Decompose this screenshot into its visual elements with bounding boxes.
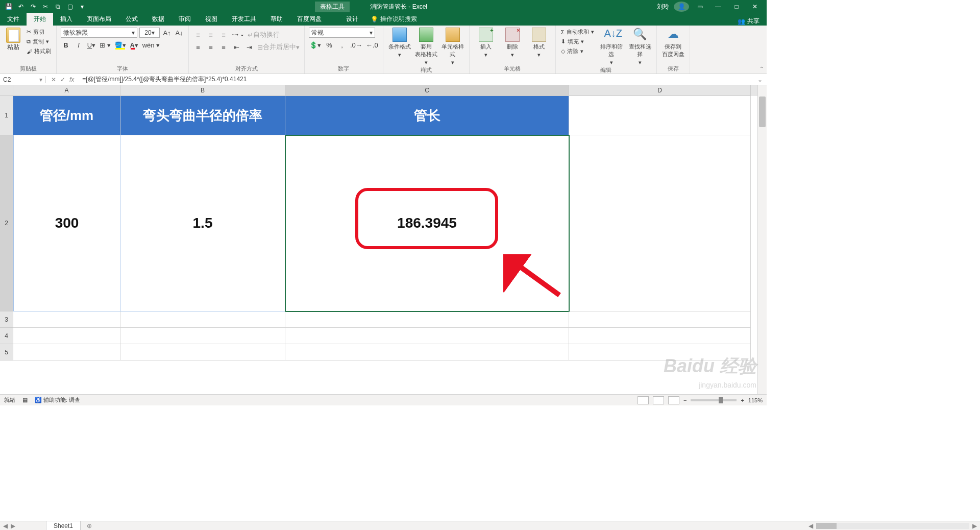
insert-cells-button[interactable]: +插入▾ (474, 28, 498, 58)
expand-formula-icon[interactable]: ⌄ (753, 76, 767, 83)
formula-input[interactable]: =[@[管径/mm]]/25.4*([@弯头弯曲半径的倍率]*25.4)*0.4… (79, 75, 753, 84)
new-icon[interactable]: ▢ (65, 2, 75, 11)
col-header-c[interactable]: C (285, 85, 569, 96)
row-header-4[interactable]: 4 (0, 328, 13, 344)
col-header-d[interactable]: D (569, 85, 751, 96)
zoom-out-icon[interactable]: − (683, 397, 687, 403)
cell-b1[interactable]: 弯头弯曲半径的倍率 (120, 96, 285, 135)
row-header-3[interactable]: 3 (0, 311, 13, 328)
minimize-icon[interactable]: — (710, 3, 726, 10)
bold-button[interactable]: B (61, 40, 71, 50)
save-to-baidu-button[interactable]: ☁保存到 百度网盘 (661, 28, 685, 58)
phonetic-button[interactable]: wén ▾ (142, 40, 160, 50)
user-avatar-icon[interactable]: 👤 (674, 2, 689, 12)
comma-icon[interactable]: , (337, 40, 347, 50)
zoom-in-icon[interactable]: + (741, 397, 744, 403)
align-right-icon[interactable]: ≡ (218, 42, 229, 52)
cell-a5[interactable] (13, 344, 120, 360)
view-normal-icon[interactable] (638, 396, 649, 404)
tab-review[interactable]: 审阅 (172, 13, 198, 26)
font-name-combo[interactable]: 微软雅黑▾ (61, 28, 137, 38)
redo-icon[interactable]: ↷ (29, 2, 38, 11)
tab-insert[interactable]: 插入 (53, 13, 80, 26)
align-center-icon[interactable]: ≡ (206, 42, 216, 52)
col-header-a[interactable]: A (13, 85, 120, 96)
cell-c5[interactable] (285, 344, 569, 360)
select-all-corner[interactable] (0, 85, 13, 96)
cell-a1[interactable]: 管径/mm (13, 96, 120, 135)
decrease-font-icon[interactable]: A↓ (174, 28, 184, 38)
cell-d1[interactable] (569, 96, 751, 135)
clear-button[interactable]: ◇ 清除 ▾ (560, 47, 595, 56)
delete-cells-button[interactable]: ×删除▾ (500, 28, 525, 58)
spreadsheet-grid[interactable]: 1 2 3 4 5 A B C D 管径/mm 弯头弯曲半径的倍率 管长 300… (0, 85, 767, 394)
row-header-1[interactable]: 1 (0, 96, 13, 135)
wrap-text-button[interactable]: ↵ 自动换行 (247, 30, 280, 40)
indent-dec-icon[interactable]: ⇤ (231, 42, 241, 52)
conditional-format-button[interactable]: 条件格式▾ (387, 28, 412, 66)
decrease-decimal-icon[interactable]: ←.0 (365, 40, 379, 50)
orientation-icon[interactable]: ⭬ ▾ (231, 30, 244, 40)
cell-b4[interactable] (120, 328, 285, 344)
zoom-knob[interactable] (719, 397, 723, 403)
close-icon[interactable]: ✕ (747, 3, 763, 10)
status-accessibility[interactable]: ♿ 辅助功能: 调查 (35, 396, 80, 404)
vertical-scrollbar[interactable] (757, 85, 767, 394)
scroll-thumb[interactable] (759, 97, 766, 127)
tab-home[interactable]: 开始 (27, 13, 53, 26)
cell-c4[interactable] (285, 328, 569, 344)
collapse-ribbon-icon[interactable]: ⌃ (760, 66, 764, 71)
cut-icon[interactable]: ✂ (41, 2, 50, 11)
copy-icon[interactable]: ⧉ (53, 2, 62, 11)
sort-filter-button[interactable]: A↓Z排序和筛选▾ (599, 28, 624, 66)
cell-a4[interactable] (13, 328, 120, 344)
tab-layout[interactable]: 页面布局 (80, 13, 118, 26)
cell-b5[interactable] (120, 344, 285, 360)
number-format-combo[interactable]: 常规▾ (309, 28, 375, 38)
cancel-formula-icon[interactable]: ✕ (51, 76, 56, 83)
save-icon[interactable]: 💾 (4, 2, 13, 11)
share-button[interactable]: 👥 共享 (730, 17, 767, 26)
autosum-button[interactable]: Σ 自动求和 ▾ (560, 28, 595, 36)
cell-c3[interactable] (285, 311, 569, 328)
row-header-2[interactable]: 2 (0, 135, 13, 311)
tell-me-search[interactable]: 💡 操作说明搜索 (365, 13, 422, 26)
status-macro-icon[interactable]: ▦ (22, 397, 28, 403)
currency-icon[interactable]: 💲▾ (309, 40, 322, 50)
cell-d3[interactable] (569, 311, 751, 328)
tab-design[interactable]: 设计 (339, 13, 365, 26)
increase-decimal-icon[interactable]: .0→ (350, 40, 363, 50)
tab-file[interactable]: 文件 (0, 13, 27, 26)
find-select-button[interactable]: 🔍查找和选择▾ (628, 28, 652, 66)
cell-c1[interactable]: 管长 (285, 96, 569, 135)
align-top-icon[interactable]: ≡ (193, 30, 203, 40)
align-left-icon[interactable]: ≡ (193, 42, 203, 52)
zoom-slider[interactable] (691, 399, 737, 401)
table-format-button[interactable]: 套用 表格格式▾ (414, 28, 438, 66)
cut-button[interactable]: ✂ 剪切 (26, 28, 52, 36)
paste-button[interactable]: 粘贴 (4, 28, 22, 56)
cell-b2[interactable]: 1.5 (120, 135, 285, 311)
indent-inc-icon[interactable]: ⇥ (244, 42, 254, 52)
format-painter-button[interactable]: 🖌 格式刷 (26, 47, 52, 56)
fx-icon[interactable]: fx (69, 76, 74, 83)
cell-b3[interactable] (120, 311, 285, 328)
row-header-5[interactable]: 5 (0, 344, 13, 360)
customize-icon[interactable]: ▾ (78, 2, 87, 11)
tab-developer[interactable]: 开发工具 (225, 13, 263, 26)
name-box[interactable]: C2▾ (0, 76, 46, 83)
cell-a2[interactable]: 300 (13, 135, 120, 311)
copy-button[interactable]: ⧉ 复制 ▾ (26, 37, 52, 46)
zoom-level[interactable]: 115% (748, 397, 763, 403)
ribbon-options-icon[interactable]: ▭ (692, 3, 707, 10)
cell-d2[interactable] (569, 135, 751, 311)
merge-button[interactable]: ⊞ 合并后居中 ▾ (257, 42, 300, 52)
view-layout-icon[interactable] (653, 396, 664, 404)
view-pagebreak-icon[interactable] (668, 396, 679, 404)
tab-baidu[interactable]: 百度网盘 (290, 13, 329, 26)
increase-font-icon[interactable]: A↑ (162, 28, 172, 38)
cell-a3[interactable] (13, 311, 120, 328)
undo-icon[interactable]: ↶ (16, 2, 26, 11)
font-color-button[interactable]: A ▾ (129, 40, 139, 50)
cell-c2[interactable]: 186.3945 (285, 135, 569, 311)
